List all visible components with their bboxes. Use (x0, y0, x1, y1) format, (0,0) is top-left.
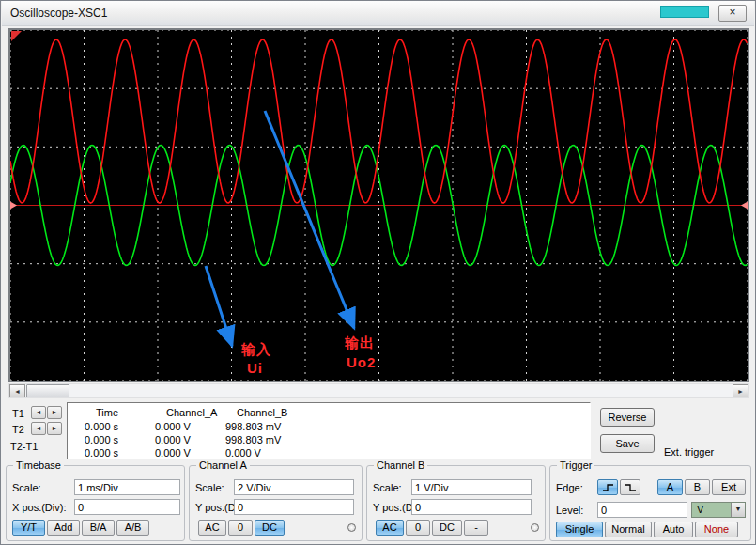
measurement-readout: Time Channel_A Channel_B 0.000 s 0.000 V… (67, 402, 591, 459)
left-arrow-icon: ◄ (36, 409, 42, 415)
channel-a-probe-icon (347, 523, 356, 532)
channel-b-ypos-field[interactable] (411, 499, 532, 515)
t1-channel-b: 998.803 mV (225, 421, 338, 432)
channel-a-scale-label: Scale: (195, 482, 224, 493)
diff-channel-b: 0.000 V (225, 447, 338, 459)
channel-b-group: Channel B Scale: Y pos.(Div): AC 0 DC - (366, 465, 546, 541)
trigger-source-b-button[interactable]: B (685, 479, 710, 495)
trigger-level-unit-value: V (697, 504, 703, 515)
t2-channel-b: 998.803 mV (225, 434, 338, 445)
save-button[interactable]: Save (600, 434, 655, 453)
t1-time: 0.000 s (85, 421, 155, 432)
trigger-source-a-button[interactable]: A (657, 479, 683, 495)
column-channel-b: Channel_B (225, 407, 338, 418)
channel-a-group: Channel A Scale: Y pos.(Div): AC 0 DC (189, 465, 363, 541)
chevron-down-icon: ▼ (731, 503, 745, 517)
timebase-group: Timebase Scale: X pos.(Div): Y/T Add B/A… (6, 465, 185, 541)
channel-b-dc-button[interactable]: DC (432, 520, 462, 536)
scrollbar-left-button[interactable]: ◄ (9, 384, 25, 397)
trigger-normal-button[interactable]: Normal (605, 522, 652, 537)
ab-mode-button[interactable]: A/B (116, 520, 149, 536)
trigger-level-label: Level: (556, 505, 583, 516)
channel-a-dc-button[interactable]: DC (255, 520, 285, 536)
readout-row-t2: 0.000 s 0.000 V 998.803 mV (68, 434, 590, 445)
cursor-diff-label: T2-T1 (10, 441, 38, 452)
scroll-right-icon: ► (737, 388, 744, 395)
axis-left-marker (10, 202, 17, 210)
trigger-title: Trigger (557, 459, 594, 471)
window-title: Oscilloscope-XSC1 (10, 7, 107, 20)
channel-a-title: Channel A (196, 459, 250, 471)
channel-b-invert-button[interactable]: - (464, 520, 488, 536)
column-channel-a: Channel_A (155, 407, 225, 418)
trigger-single-button[interactable]: Single (556, 522, 603, 537)
column-time: Time (85, 407, 155, 418)
t2-move-right-button[interactable]: ► (47, 422, 62, 435)
right-arrow-icon: ► (52, 409, 58, 415)
readout-header-row: Time Channel_A Channel_B (68, 407, 590, 418)
falling-edge-icon (625, 482, 637, 493)
reverse-button[interactable]: Reverse (600, 408, 655, 427)
rising-edge-icon (602, 482, 614, 493)
cursor-t2-label: T2 (12, 424, 24, 435)
t2-move-left-button[interactable]: ◄ (31, 422, 46, 435)
channel-a-ac-button[interactable]: AC (198, 520, 226, 536)
diff-time: 0.000 s (85, 447, 155, 459)
channel-b-ac-button[interactable]: AC (376, 520, 404, 536)
channel-b-scale-field[interactable] (411, 479, 532, 495)
t1-move-right-button[interactable]: ► (47, 406, 62, 419)
t2-channel-a: 0.000 V (155, 434, 225, 445)
timebase-xpos-field[interactable] (74, 499, 180, 515)
add-mode-button[interactable]: Add (47, 520, 80, 536)
titlebar-accent (660, 6, 709, 18)
readout-row-diff: 0.000 s 0.000 V 0.000 V (68, 447, 590, 459)
annotation-arrow (206, 266, 232, 346)
waveform-canvas (10, 30, 748, 381)
ba-mode-button[interactable]: B/A (82, 520, 115, 536)
close-icon: × (729, 6, 735, 19)
trigger-group: Trigger Edge: A B Ext Level: V ▼ Single … (549, 465, 751, 541)
rising-edge-button[interactable] (597, 479, 618, 495)
timebase-scale-label: Scale: (12, 482, 41, 493)
scope-scrollbar[interactable]: ◄ ► (8, 383, 749, 398)
trigger-source-ext-button[interactable]: Ext (712, 479, 746, 495)
trigger-level-unit-select[interactable]: V ▼ (691, 502, 746, 518)
left-arrow-icon: ◄ (36, 425, 42, 431)
cursor-t1-label: T1 (12, 408, 24, 419)
channel-a-scale-field[interactable] (234, 479, 354, 495)
t1-channel-a: 0.000 V (155, 421, 225, 432)
axis-right-marker (741, 202, 748, 210)
t2-time: 0.000 s (85, 434, 155, 445)
channel-a-zero-button[interactable]: 0 (228, 520, 253, 536)
timebase-xpos-label: X pos.(Div): (12, 502, 66, 513)
oscilloscope-window: Oscilloscope-XSC1 × 输入Ui输出Uo2 ◄ ► T1 ◄ ►… (0, 0, 756, 545)
cursor1-marker[interactable] (11, 31, 22, 41)
readout-row-t1: 0.000 s 0.000 V 998.803 mV (68, 421, 590, 432)
right-arrow-icon: ► (52, 425, 58, 431)
falling-edge-button[interactable] (620, 479, 640, 495)
scroll-left-icon: ◄ (14, 388, 21, 395)
t1-move-left-button[interactable]: ◄ (31, 406, 46, 419)
trigger-auto-button[interactable]: Auto (654, 522, 693, 537)
timebase-scale-field[interactable] (74, 479, 180, 495)
channel-a-ypos-field[interactable] (234, 499, 354, 515)
ext-trigger-label: Ext. trigger (664, 446, 714, 458)
trigger-edge-label: Edge: (556, 482, 583, 493)
titlebar[interactable]: Oscilloscope-XSC1 × (2, 1, 754, 26)
trigger-level-field[interactable] (597, 502, 687, 518)
close-button[interactable]: × (718, 5, 747, 22)
channel-b-scale-label: Scale: (373, 482, 402, 493)
channel-b-zero-button[interactable]: 0 (406, 520, 430, 536)
scrollbar-thumb[interactable] (26, 384, 69, 397)
scope-display: 输入Ui输出Uo2 (8, 28, 749, 382)
diff-channel-a: 0.000 V (155, 447, 225, 459)
trigger-none-button[interactable]: None (695, 522, 738, 537)
channel-b-title: Channel B (374, 459, 427, 471)
timebase-title: Timebase (13, 459, 64, 471)
yt-mode-button[interactable]: Y/T (12, 520, 45, 536)
scrollbar-right-button[interactable]: ► (733, 384, 748, 397)
channel-b-probe-icon (531, 523, 539, 532)
